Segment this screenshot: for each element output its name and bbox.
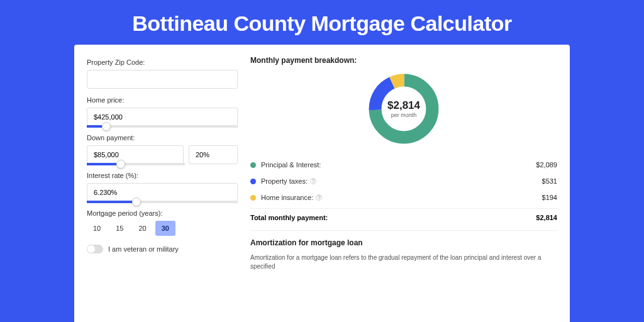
down-payment-input[interactable]: [87, 145, 184, 164]
line-value: $194: [542, 194, 557, 201]
info-icon[interactable]: ?: [316, 194, 322, 201]
zip-label: Property Zip Code:: [87, 58, 238, 66]
total-label: Total monthly payment:: [250, 214, 328, 221]
line-value: $2,089: [536, 161, 557, 169]
donut-amount: $2,814: [387, 99, 420, 112]
amortization-block: Amortization for mortgage loan Amortizat…: [250, 230, 557, 271]
form-column: Property Zip Code: Home price: Down paym…: [87, 56, 238, 311]
period-btn-10[interactable]: 10: [87, 221, 107, 236]
calculator-panel: Property Zip Code: Home price: Down paym…: [74, 45, 570, 322]
payment-donut-chart: $2,814 per month: [366, 71, 441, 147]
line-value: $531: [542, 177, 557, 185]
slider-thumb-icon[interactable]: [132, 197, 141, 206]
zip-input[interactable]: [87, 70, 238, 89]
veteran-toggle[interactable]: [87, 245, 103, 253]
page-title: Bottineau County Mortgage Calculator: [0, 0, 644, 45]
donut-sub: per month: [391, 112, 417, 118]
info-icon[interactable]: ?: [310, 178, 316, 184]
slider-thumb-icon[interactable]: [116, 160, 125, 169]
result-column: Monthly payment breakdown: $2,814 per mo…: [250, 56, 557, 311]
home-price-slider[interactable]: [87, 125, 238, 128]
total-row: Total monthly payment: $2,814: [250, 208, 557, 221]
dot-icon: [250, 162, 256, 168]
breakdown-line-taxes: Property taxes: ? $531: [250, 173, 557, 189]
down-payment-slider[interactable]: [87, 163, 185, 165]
breakdown-line-insurance: Home insurance: ? $194: [250, 189, 557, 206]
dot-icon: [250, 195, 256, 201]
dot-icon: [250, 179, 256, 184]
line-label: Home insurance:: [261, 194, 313, 201]
slider-thumb-icon[interactable]: [102, 122, 111, 131]
veteran-label: I am veteran or military: [108, 245, 179, 253]
period-btn-15[interactable]: 15: [109, 221, 130, 236]
period-options: 10 15 20 30: [87, 221, 238, 236]
home-price-label: Home price:: [87, 96, 238, 104]
period-btn-20[interactable]: 20: [133, 221, 153, 236]
amortization-heading: Amortization for mortgage loan: [250, 238, 557, 247]
interest-rate-input[interactable]: [87, 183, 238, 202]
line-label: Principal & Interest:: [261, 161, 321, 169]
period-label: Mortgage period (years):: [87, 209, 238, 217]
breakdown-line-principal: Principal & Interest: $2,089: [250, 157, 557, 173]
down-payment-pct-input[interactable]: [189, 145, 238, 164]
breakdown-heading: Monthly payment breakdown:: [250, 56, 557, 65]
total-value: $2,814: [536, 214, 557, 221]
period-btn-30[interactable]: 30: [155, 221, 175, 236]
line-label: Property taxes:: [261, 177, 308, 185]
amortization-text: Amortization for a mortgage loan refers …: [250, 253, 557, 271]
down-payment-label: Down payment:: [87, 134, 238, 142]
interest-rate-slider[interactable]: [87, 201, 238, 203]
interest-rate-label: Interest rate (%):: [87, 172, 238, 179]
